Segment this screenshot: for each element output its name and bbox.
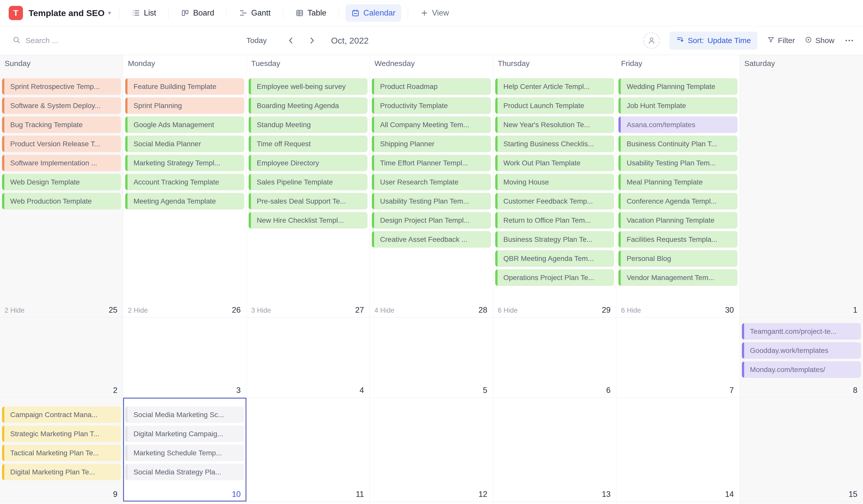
event-pill[interactable]: Business Strategy Plan Te... bbox=[495, 231, 614, 248]
event-pill[interactable]: Product Version Release T... bbox=[2, 135, 121, 152]
event-pill[interactable]: Usability Testing Plan Tem... bbox=[372, 193, 491, 209]
hide-toggle[interactable]: 2 Hide bbox=[128, 307, 148, 314]
event-pill[interactable]: Social Media Marketing Sc... bbox=[125, 406, 244, 423]
event-pill[interactable]: Digital Marketing Plan Te... bbox=[2, 464, 121, 480]
tab-board[interactable]: Board bbox=[175, 4, 220, 22]
workspace-logo[interactable]: T bbox=[9, 6, 23, 20]
today-button[interactable]: Today bbox=[246, 36, 267, 45]
calendar-cell[interactable]: Campaign Contract Mana...Strategic Marke… bbox=[0, 398, 123, 502]
event-pill[interactable]: Vacation Planning Template bbox=[618, 212, 737, 229]
event-pill[interactable]: Personal Blog bbox=[618, 250, 737, 267]
event-pill[interactable]: Help Center Article Templ... bbox=[495, 78, 614, 95]
event-pill[interactable]: Wedding Planning Template bbox=[618, 78, 737, 95]
event-pill[interactable]: Conference Agenda Templ... bbox=[618, 193, 737, 209]
event-pill[interactable]: Facilities Requests Templa... bbox=[618, 231, 737, 248]
calendar-cell[interactable]: 11 bbox=[247, 398, 370, 502]
hide-toggle[interactable]: 2 Hide bbox=[4, 307, 24, 314]
event-pill[interactable]: Web Production Template bbox=[2, 193, 121, 209]
event-pill[interactable]: Feature Building Template bbox=[125, 78, 244, 95]
calendar-cell[interactable]: 2 bbox=[0, 317, 123, 398]
calendar-cell[interactable]: Wedding Planning TemplateJob Hunt Templa… bbox=[616, 77, 740, 317]
event-pill[interactable]: Employee Directory bbox=[249, 155, 367, 171]
event-pill[interactable]: Social Media Strategy Pla... bbox=[125, 464, 244, 480]
event-pill[interactable]: Productivity Template bbox=[372, 97, 491, 114]
collaborator-avatar[interactable] bbox=[643, 33, 660, 49]
hide-toggle[interactable]: 6 Hide bbox=[621, 307, 641, 314]
event-pill[interactable]: Vendor Management Tem... bbox=[618, 269, 737, 286]
event-pill[interactable]: Time off Request bbox=[249, 135, 367, 152]
event-pill[interactable]: Creative Asset Feedback ... bbox=[372, 231, 491, 248]
event-pill[interactable]: Campaign Contract Mana... bbox=[2, 406, 121, 423]
event-pill[interactable]: Work Out Plan Template bbox=[495, 155, 614, 171]
hide-toggle[interactable]: 6 Hide bbox=[498, 307, 518, 314]
event-pill[interactable]: Pre-sales Deal Support Te... bbox=[249, 193, 367, 209]
event-pill[interactable]: Strategic Marketing Plan T... bbox=[2, 426, 121, 442]
tab-calendar[interactable]: Calendar bbox=[346, 4, 401, 22]
event-pill[interactable]: All Company Meeting Tem... bbox=[372, 116, 491, 133]
event-pill[interactable]: Tactical Marketing Plan Te... bbox=[2, 444, 121, 461]
tab-table[interactable]: Table bbox=[290, 4, 332, 22]
event-pill[interactable]: Sprint Retrospective Temp... bbox=[2, 78, 121, 95]
event-pill[interactable]: Product Roadmap bbox=[372, 78, 491, 95]
event-pill[interactable]: Monday.com/templates/ bbox=[742, 361, 861, 378]
event-pill[interactable]: Sprint Planning bbox=[125, 97, 244, 114]
event-pill[interactable]: Shipping Planner bbox=[372, 135, 491, 152]
event-pill[interactable]: Job Hunt Template bbox=[618, 97, 737, 114]
event-pill[interactable]: Software & System Deploy... bbox=[2, 97, 121, 114]
event-pill[interactable]: Product Launch Template bbox=[495, 97, 614, 114]
event-pill[interactable]: Social Media Planner bbox=[125, 135, 244, 152]
show-button[interactable]: Show bbox=[804, 36, 835, 46]
more-options-button[interactable] bbox=[844, 36, 854, 46]
event-pill[interactable]: Account Tracking Template bbox=[125, 174, 244, 190]
event-pill[interactable]: Design Project Plan Templ... bbox=[372, 212, 491, 229]
calendar-cell[interactable]: Sprint Retrospective Temp...Software & S… bbox=[0, 77, 123, 317]
calendar-cell[interactable]: Employee well-being surveyBoarding Meeti… bbox=[247, 77, 370, 317]
event-pill[interactable]: Marketing Strategy Templ... bbox=[125, 155, 244, 171]
next-month-button[interactable] bbox=[308, 36, 316, 45]
event-pill[interactable]: Time Effort Planner Templ... bbox=[372, 155, 491, 171]
event-pill[interactable]: Return to Office Plan Tem... bbox=[495, 212, 614, 229]
filter-button[interactable]: Filter bbox=[767, 36, 795, 46]
event-pill[interactable]: Sales Pipeline Template bbox=[249, 174, 367, 190]
search-box[interactable] bbox=[12, 26, 133, 55]
tab-list[interactable]: List bbox=[126, 4, 162, 22]
event-pill[interactable]: Asana.com/templates bbox=[618, 116, 737, 133]
calendar-cell[interactable]: Teamgantt.com/project-te...Goodday.work/… bbox=[740, 317, 863, 398]
event-pill[interactable]: Starting Business Checklis... bbox=[495, 135, 614, 152]
calendar-cell[interactable]: 12 bbox=[370, 398, 493, 502]
event-pill[interactable]: Operations Project Plan Te... bbox=[495, 269, 614, 286]
event-pill[interactable]: New Year's Resolution Te... bbox=[495, 116, 614, 133]
sort-button[interactable]: Sort: Update Time bbox=[670, 31, 758, 50]
calendar-cell[interactable]: Help Center Article Templ...Product Laun… bbox=[493, 77, 616, 317]
calendar-cell[interactable]: 7 bbox=[616, 317, 740, 398]
event-pill[interactable]: Meal Planning Template bbox=[618, 174, 737, 190]
page-title[interactable]: Template and SEO bbox=[28, 8, 104, 18]
prev-month-button[interactable] bbox=[287, 36, 295, 45]
search-input[interactable] bbox=[25, 36, 133, 45]
event-pill[interactable]: Meeting Agenda Template bbox=[125, 193, 244, 209]
event-pill[interactable]: Usability Testing Plan Tem... bbox=[618, 155, 737, 171]
calendar-cell[interactable]: 6 bbox=[493, 317, 616, 398]
event-pill[interactable]: Moving House bbox=[495, 174, 614, 190]
event-pill[interactable]: User Research Template bbox=[372, 174, 491, 190]
hide-toggle[interactable]: 4 Hide bbox=[374, 307, 394, 314]
event-pill[interactable]: Software Implementation ... bbox=[2, 155, 121, 171]
add-view-button[interactable]: View bbox=[415, 4, 455, 22]
event-pill[interactable]: Web Design Template bbox=[2, 174, 121, 190]
calendar-cell[interactable]: 5 bbox=[370, 317, 493, 398]
tab-gantt[interactable]: Gantt bbox=[233, 4, 276, 22]
event-pill[interactable]: Teamgantt.com/project-te... bbox=[742, 323, 861, 340]
event-pill[interactable]: QBR Meeting Agenda Tem... bbox=[495, 250, 614, 267]
event-pill[interactable]: Employee well-being survey bbox=[249, 78, 367, 95]
event-pill[interactable]: Marketing Schedule Temp... bbox=[125, 444, 244, 461]
calendar-cell[interactable]: 15 bbox=[740, 398, 863, 502]
event-pill[interactable]: Digital Marketing Campaig... bbox=[125, 426, 244, 442]
event-pill[interactable]: New Hire Checklist Templ... bbox=[249, 212, 367, 229]
event-pill[interactable]: Business Continuity Plan T... bbox=[618, 135, 737, 152]
event-pill[interactable]: Bug Tracking Template bbox=[2, 116, 121, 133]
event-pill[interactable]: Google Ads Management bbox=[125, 116, 244, 133]
calendar-cell[interactable]: Product RoadmapProductivity TemplateAll … bbox=[370, 77, 493, 317]
event-pill[interactable]: Goodday.work/templates bbox=[742, 342, 861, 359]
calendar-cell[interactable]: Feature Building TemplateSprint Planning… bbox=[123, 77, 246, 317]
calendar-cell[interactable]: 4 bbox=[247, 317, 370, 398]
